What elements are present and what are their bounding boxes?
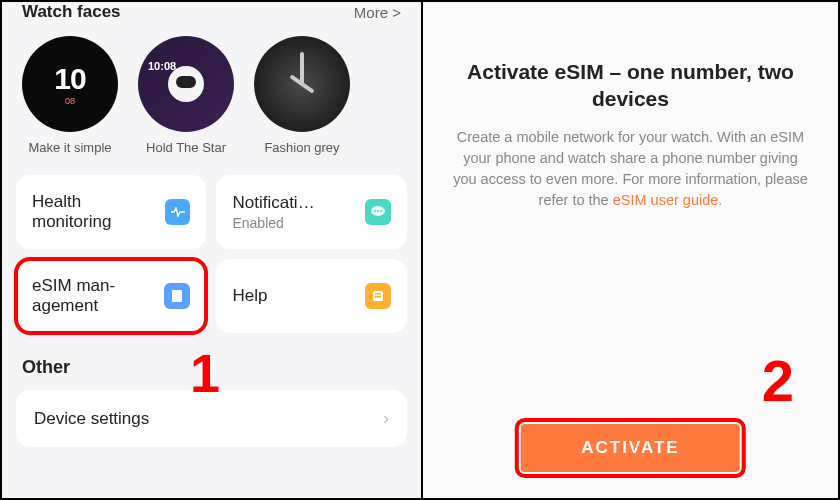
watch-face-analog[interactable]: Fashion grey xyxy=(254,36,350,155)
watch-face-star[interactable]: 10:08 Hold The Star xyxy=(138,36,234,155)
svg-rect-6 xyxy=(375,293,381,295)
activate-description: Create a mobile network for your watch. … xyxy=(453,127,808,211)
watch-face-preview: 10 08 xyxy=(22,36,118,132)
notifications-tile[interactable]: Notificati… Enabled xyxy=(216,175,406,249)
watch-faces-row: 10 08 Make it simple 10:08 Hold The Star… xyxy=(2,30,421,169)
help-tile[interactable]: Help xyxy=(216,259,406,333)
help-icon xyxy=(365,283,391,309)
health-monitoring-tile[interactable]: Health monitoring xyxy=(16,175,206,249)
activate-esim-panel: Activate eSIM – one number, two devices … xyxy=(423,2,838,498)
watch-face-preview xyxy=(254,36,350,132)
device-app-panel: Watch faces More > 10 08 Make it simple … xyxy=(2,2,423,498)
watch-faces-header: Watch faces More > xyxy=(2,2,421,30)
annotation-step-2: 2 xyxy=(762,347,794,414)
sim-icon xyxy=(164,283,190,309)
svg-rect-7 xyxy=(375,296,381,298)
activate-heading: Activate eSIM – one number, two devices xyxy=(453,58,808,113)
watch-faces-title: Watch faces xyxy=(22,2,121,22)
esim-user-guide-link[interactable]: eSIM user guide xyxy=(613,192,719,208)
watch-face-preview: 10:08 xyxy=(138,36,234,132)
svg-point-3 xyxy=(380,210,382,212)
svg-point-1 xyxy=(374,210,376,212)
activate-button-wrap: ACTIVATE xyxy=(521,424,739,472)
activate-button[interactable]: ACTIVATE xyxy=(521,424,739,472)
esim-management-tile[interactable]: eSIM man- agement xyxy=(16,259,206,333)
watch-face-simple[interactable]: 10 08 Make it simple xyxy=(22,36,118,155)
tutorial-screenshot: Watch faces More > 10 08 Make it simple … xyxy=(0,0,840,500)
svg-rect-4 xyxy=(172,290,182,302)
chat-icon xyxy=(365,199,391,225)
annotation-step-1: 1 xyxy=(190,342,220,404)
more-link[interactable]: More > xyxy=(354,4,401,21)
tiles-grid: Health monitoring Notificati… Enabled eS… xyxy=(2,169,421,339)
health-icon xyxy=(165,199,191,225)
chevron-right-icon: › xyxy=(383,408,389,429)
astronaut-icon xyxy=(168,66,204,102)
svg-point-2 xyxy=(377,210,379,212)
